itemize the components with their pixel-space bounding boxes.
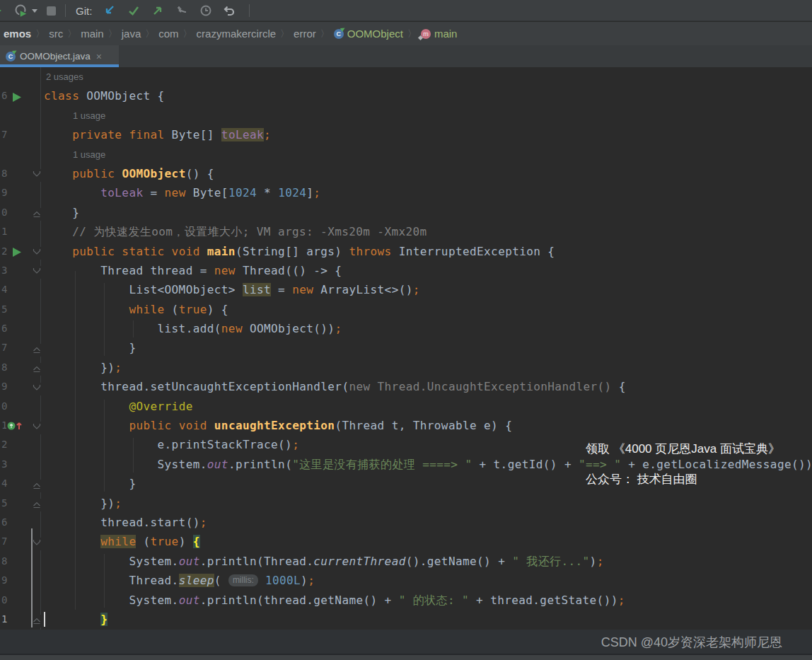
toolbar-divider xyxy=(65,4,66,17)
line-number[interactable]: 0 xyxy=(1,397,7,416)
fold-collapse-icon[interactable] xyxy=(33,422,41,434)
fold-expand-icon[interactable] xyxy=(33,208,41,221)
usage-hint[interactable]: 1 usage xyxy=(73,145,105,164)
stop-button[interactable] xyxy=(47,0,56,21)
tab-oomobject-java[interactable]: C OOMObject.java × xyxy=(0,45,119,67)
line-number[interactable]: 8 xyxy=(1,358,7,377)
fold-expand-icon[interactable] xyxy=(33,480,41,492)
code-line: 9 thread.setUncaughtExceptionHandler(new… xyxy=(0,377,812,396)
line-number[interactable]: 8 xyxy=(1,164,7,183)
indent-guide xyxy=(133,438,134,473)
usage-hint[interactable]: 2 usages xyxy=(46,67,83,86)
fold-expand-icon[interactable] xyxy=(33,499,41,511)
run-icon[interactable] xyxy=(0,0,1,21)
code-text: Thread.sleep( millis: 1000L); xyxy=(44,571,315,590)
tab-title: OOMObject.java xyxy=(20,51,91,62)
history-button[interactable] xyxy=(199,0,212,21)
profile-icon[interactable] xyxy=(14,0,28,21)
breadcrumb-item-oomobject[interactable]: COOMObject xyxy=(334,28,403,40)
code-editor[interactable]: 2 usages6class OOMObject {1 usage7 priva… xyxy=(0,67,812,630)
line-number[interactable]: 4 xyxy=(1,474,7,493)
fold-collapse-icon[interactable] xyxy=(33,383,41,395)
breadcrumb-item-src[interactable]: src xyxy=(49,28,63,40)
line-number[interactable]: 1 xyxy=(1,222,7,241)
line-number[interactable]: 7 xyxy=(1,532,7,551)
usage-hint[interactable]: 1 usage xyxy=(73,106,105,125)
breadcrumb-item-java[interactable]: java xyxy=(122,28,141,40)
push-icon xyxy=(151,4,164,17)
code-text: thread.start(); xyxy=(44,513,207,532)
code-line: 6 list.add(new OOMObject()); xyxy=(0,319,812,338)
fold-collapse-icon[interactable] xyxy=(33,247,41,260)
line-number[interactable]: 0 xyxy=(1,203,7,222)
main-toolbar: Git: xyxy=(0,0,812,21)
code-text: Thread thread = new Thread(() -> { xyxy=(44,261,342,280)
run-config-dropdown-icon[interactable] xyxy=(32,0,37,21)
line-number[interactable]: 1 xyxy=(1,610,7,629)
line-number[interactable]: 2 xyxy=(1,242,7,261)
breadcrumb-item-error[interactable]: error xyxy=(294,28,316,40)
code-line: 6 thread.start(); xyxy=(0,513,812,532)
line-number[interactable]: 9 xyxy=(1,571,7,590)
fold-expand-icon[interactable] xyxy=(33,344,41,357)
breadcrumb-label: crazymakercircle xyxy=(197,28,277,40)
line-number[interactable]: 5 xyxy=(1,494,7,513)
history-clock-icon xyxy=(199,4,212,17)
override-method-icon[interactable] xyxy=(6,420,23,434)
breadcrumb-separator: 〉 xyxy=(145,28,154,40)
fold-collapse-icon[interactable] xyxy=(33,169,41,182)
code-text: class OOMObject { xyxy=(44,86,165,105)
method-icon: m xyxy=(421,29,431,39)
fold-expand-icon[interactable] xyxy=(33,363,41,376)
line-number[interactable]: 3 xyxy=(1,455,7,474)
line-number[interactable]: 6 xyxy=(1,86,7,105)
code-text: e.printStackTrace(); xyxy=(44,435,299,454)
breadcrumb-item-main[interactable]: main xyxy=(81,28,104,40)
fold-expand-icon[interactable] xyxy=(33,615,41,627)
breadcrumb-separator: 〉 xyxy=(35,28,45,40)
run-gutter-icon[interactable] xyxy=(13,92,21,105)
breadcrumb-label: com xyxy=(158,28,178,40)
line-number[interactable]: 0 xyxy=(1,591,7,610)
code-text: while (true) { xyxy=(44,300,228,319)
breadcrumb-label: main xyxy=(81,28,104,40)
line-number[interactable]: 6 xyxy=(1,513,7,532)
breadcrumb-item-emos[interactable]: emos xyxy=(4,28,31,40)
breadcrumb-separator: 〉 xyxy=(183,28,192,40)
close-icon[interactable]: × xyxy=(96,51,102,62)
rollback-undo-icon xyxy=(222,4,236,17)
run-gutter-icon[interactable] xyxy=(13,247,21,260)
rollback-button[interactable] xyxy=(222,0,236,21)
commit-button[interactable] xyxy=(127,0,140,21)
code-text: list.add(new OOMObject()); xyxy=(44,319,342,338)
line-number[interactable]: 8 xyxy=(1,552,7,571)
line-number[interactable]: 2 xyxy=(1,435,7,454)
line-number[interactable]: 5 xyxy=(1,300,7,319)
breadcrumb: emos〉src〉main〉java〉com〉crazymakercircle〉… xyxy=(0,22,812,45)
usage-hint-row: 2 usages xyxy=(0,67,812,86)
usage-hint-row: 1 usage xyxy=(0,145,812,164)
fold-collapse-icon[interactable] xyxy=(33,538,41,550)
cherry-pick-button[interactable] xyxy=(175,0,188,21)
breadcrumb-item-com[interactable]: com xyxy=(158,28,178,40)
line-number[interactable]: 3 xyxy=(1,261,7,280)
breadcrumb-label: main xyxy=(434,28,458,40)
breadcrumb-item-main[interactable]: mmain xyxy=(421,28,458,40)
code-line: 8 }); xyxy=(0,358,812,377)
line-number[interactable]: 6 xyxy=(1,319,7,338)
line-number[interactable]: 9 xyxy=(1,183,7,202)
breadcrumb-item-crazymakercircle[interactable]: crazymakercircle xyxy=(197,28,277,40)
class-icon: C xyxy=(334,29,344,39)
line-number[interactable]: 7 xyxy=(1,125,7,144)
indent-guide xyxy=(104,283,105,356)
indent-guide xyxy=(104,554,105,608)
vcs-change-marker[interactable] xyxy=(31,528,33,627)
breadcrumb-label: src xyxy=(49,28,63,40)
line-number[interactable]: 4 xyxy=(1,280,7,299)
line-number[interactable]: 9 xyxy=(1,377,7,396)
breadcrumb-separator: 〉 xyxy=(67,28,76,40)
update-project-button[interactable] xyxy=(103,0,116,21)
fold-collapse-icon[interactable] xyxy=(33,266,41,279)
push-button[interactable] xyxy=(151,0,164,21)
line-number[interactable]: 7 xyxy=(1,338,7,357)
